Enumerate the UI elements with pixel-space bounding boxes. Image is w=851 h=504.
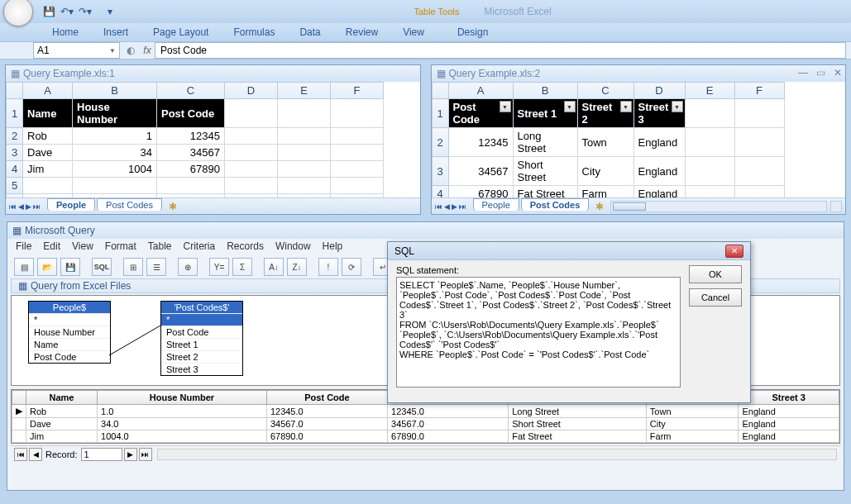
- sheet-tab-people[interactable]: People: [473, 198, 519, 211]
- cell[interactable]: 34567: [448, 157, 513, 186]
- cancel-button[interactable]: Cancel: [689, 288, 742, 307]
- menu-records[interactable]: Records: [227, 240, 264, 254]
- row-header[interactable]: 2: [432, 128, 448, 157]
- cell[interactable]: 12345.0: [266, 405, 387, 418]
- cell[interactable]: [23, 178, 73, 194]
- result-col[interactable]: Name: [26, 391, 98, 405]
- fx-expand-icon[interactable]: ◐: [127, 45, 135, 56]
- cell[interactable]: 1004: [73, 161, 157, 178]
- cell[interactable]: Long Street: [509, 405, 647, 418]
- menu-edit[interactable]: Edit: [43, 240, 60, 254]
- tab-review[interactable]: Review: [333, 22, 390, 41]
- cell[interactable]: Farm: [577, 186, 633, 198]
- sheet-tab-people[interactable]: People: [47, 198, 95, 211]
- cell[interactable]: [225, 99, 278, 128]
- select-all[interactable]: [432, 83, 448, 99]
- filter-dropdown-icon[interactable]: ▼: [620, 101, 632, 112]
- cell[interactable]: [157, 178, 225, 194]
- new-sheet-icon[interactable]: ✱: [595, 201, 604, 212]
- rec-first-icon[interactable]: ⏮: [14, 448, 27, 461]
- tab-home[interactable]: Home: [40, 22, 91, 41]
- tb-criteria-equals-icon[interactable]: Y=: [209, 258, 229, 276]
- cell[interactable]: England: [633, 128, 685, 157]
- sheet-nav[interactable]: ⏮◀▶⏭: [9, 202, 41, 211]
- col-header[interactable]: D: [633, 83, 685, 99]
- tab-data[interactable]: Data: [287, 22, 332, 41]
- filter-dropdown-icon[interactable]: ▼: [500, 101, 511, 112]
- cell[interactable]: Jim: [23, 161, 73, 178]
- tb-sql-icon[interactable]: SQL: [92, 258, 112, 276]
- cell[interactable]: [734, 128, 784, 157]
- filter-dropdown-icon[interactable]: ▼: [564, 101, 576, 112]
- name-box[interactable]: A1 ▼: [33, 42, 120, 59]
- cell[interactable]: [734, 157, 784, 186]
- row-header[interactable]: 3: [7, 145, 23, 161]
- cell[interactable]: City: [646, 418, 739, 430]
- cell[interactable]: Short Street: [509, 418, 647, 430]
- tb-query-now-icon[interactable]: !: [318, 258, 338, 276]
- menu-help[interactable]: Help: [323, 240, 343, 254]
- cell[interactable]: Street 3▼: [633, 99, 685, 128]
- tab-formulas[interactable]: Formulas: [221, 22, 287, 41]
- cell[interactable]: 34: [73, 145, 157, 161]
- cell[interactable]: Post Code: [157, 99, 225, 128]
- cell[interactable]: 1004.0: [98, 430, 267, 443]
- cell[interactable]: England: [739, 430, 839, 443]
- cell[interactable]: [278, 145, 331, 161]
- tb-sort-desc-icon[interactable]: Z↓: [287, 258, 307, 276]
- cell[interactable]: Jim: [26, 430, 98, 443]
- sheet-nav[interactable]: ⏮◀▶⏭: [435, 202, 466, 211]
- menu-format[interactable]: Format: [105, 240, 136, 254]
- col-header[interactable]: F: [331, 83, 384, 99]
- select-all[interactable]: [7, 83, 23, 99]
- sql-textarea[interactable]: [396, 277, 681, 388]
- table-box-postcodes[interactable]: 'Post Codes$' * Post Code Street 1 Stree…: [160, 301, 243, 376]
- col-header[interactable]: A: [23, 83, 73, 99]
- rec-last-icon[interactable]: ⏭: [139, 448, 152, 461]
- tb-open-icon[interactable]: 📂: [37, 258, 57, 276]
- row-header[interactable]: 3: [432, 157, 448, 186]
- field[interactable]: *: [161, 313, 242, 326]
- col-header[interactable]: C: [157, 83, 225, 99]
- cell[interactable]: 34567.0: [266, 418, 387, 430]
- ok-button[interactable]: OK: [689, 265, 742, 283]
- undo-icon[interactable]: ↶▾: [60, 4, 74, 19]
- cell[interactable]: [225, 128, 278, 145]
- col-header[interactable]: B: [513, 83, 577, 99]
- cell[interactable]: 67890.0: [388, 430, 509, 443]
- row-selector[interactable]: [12, 418, 26, 430]
- cell[interactable]: [73, 178, 157, 194]
- cell[interactable]: [331, 145, 384, 161]
- menu-view[interactable]: View: [72, 240, 93, 254]
- table-box-people[interactable]: People$ * House Number Name Post Code: [28, 301, 111, 364]
- close-icon[interactable]: ✕: [725, 245, 743, 258]
- cell[interactable]: [225, 145, 278, 161]
- cell[interactable]: [278, 178, 331, 194]
- rec-next-icon[interactable]: ▶: [124, 448, 137, 461]
- cell[interactable]: England: [739, 405, 839, 418]
- tab-insert[interactable]: Insert: [91, 22, 141, 41]
- row-selector[interactable]: [12, 430, 26, 443]
- field[interactable]: Post Code: [161, 326, 242, 338]
- result-col[interactable]: Street 3: [739, 391, 839, 405]
- cell[interactable]: Farm: [646, 430, 739, 443]
- cell[interactable]: [278, 128, 331, 145]
- tb-show-tables-icon[interactable]: ⊞: [123, 258, 143, 276]
- redo-icon[interactable]: ↷▾: [78, 4, 93, 19]
- cell[interactable]: Fat Street: [509, 430, 647, 443]
- col-header[interactable]: B: [73, 83, 157, 99]
- cell[interactable]: [278, 161, 331, 178]
- col-header[interactable]: D: [225, 83, 278, 99]
- field[interactable]: Street 2: [161, 350, 242, 363]
- save-icon[interactable]: 💾: [41, 4, 56, 19]
- cell[interactable]: Long Street: [513, 128, 577, 157]
- current-row-marker[interactable]: ▶: [12, 405, 26, 418]
- cell[interactable]: England: [633, 186, 685, 198]
- row-header[interactable]: 4: [7, 161, 23, 178]
- col-header[interactable]: A: [448, 83, 513, 99]
- menu-window[interactable]: Window: [275, 240, 311, 254]
- field[interactable]: Street 3: [161, 363, 242, 375]
- cell[interactable]: 12345: [157, 128, 225, 145]
- cell[interactable]: Post Code▼: [448, 99, 513, 128]
- cell[interactable]: 34.0: [98, 418, 267, 430]
